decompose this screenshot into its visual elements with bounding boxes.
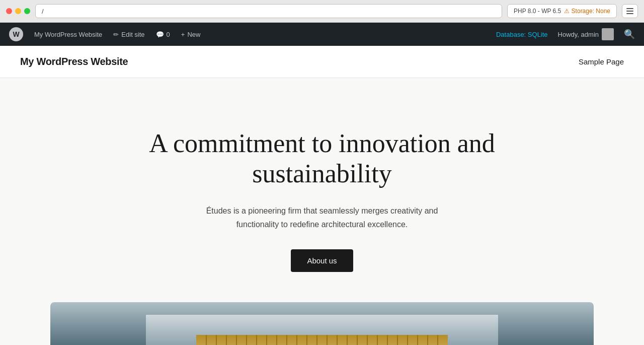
building-facade [101, 302, 543, 345]
howdy-text: Howdy, admin [558, 31, 599, 38]
facade-svg [146, 315, 498, 345]
comments-count: 0 [167, 31, 170, 38]
my-site-item[interactable]: My WordPress Website [29, 23, 107, 46]
my-site-label: My WordPress Website [34, 31, 102, 38]
address-bar[interactable]: / [35, 4, 502, 18]
search-icon: 🔍 [624, 29, 635, 39]
site-nav: Sample Page [579, 57, 624, 66]
browser-info: PHP 8.0 - WP 6.5 ⚠ Storage: None [507, 4, 617, 18]
site-title: My WordPress Website [20, 56, 128, 67]
browser-menu-button[interactable] [622, 4, 638, 18]
database-label: Database: SQLite [491, 31, 553, 38]
site-main: A commitment to innovation and sustainab… [0, 78, 644, 345]
sample-page-link[interactable]: Sample Page [579, 57, 624, 66]
hamburger-line-3 [626, 13, 633, 14]
building-image [50, 302, 594, 345]
wp-logo-item[interactable]: W [4, 23, 28, 46]
minimize-button[interactable] [15, 8, 21, 14]
url-text: / [42, 8, 44, 15]
wp-admin-bar: W My WordPress Website ✏ Edit site 💬 0 +… [0, 23, 644, 46]
browser-chrome: / PHP 8.0 - WP 6.5 ⚠ Storage: None [0, 0, 644, 23]
comments-item[interactable]: 💬 0 [151, 23, 175, 46]
hamburger-line-2 [626, 11, 633, 12]
user-avatar [602, 28, 614, 40]
admin-bar-right: Database: SQLite Howdy, admin 🔍 [491, 28, 640, 40]
plus-icon: + [181, 31, 185, 38]
edit-site-label: Edit site [121, 31, 144, 38]
hamburger-line-1 [626, 8, 633, 9]
comment-icon: 💬 [156, 31, 164, 38]
edit-site-icon: ✏ [113, 31, 119, 38]
edit-site-item[interactable]: ✏ Edit site [108, 23, 149, 46]
hero-heading: A commitment to innovation and sustainab… [116, 128, 528, 189]
admin-search-button[interactable]: 🔍 [619, 29, 640, 40]
svg-rect-1 [196, 335, 448, 345]
php-wp-version: PHP 8.0 - WP 6.5 [514, 8, 561, 15]
traffic-lights [6, 8, 30, 14]
howdy-item[interactable]: Howdy, admin [553, 28, 619, 40]
about-us-button[interactable]: About us [291, 249, 353, 272]
storage-warning: ⚠ Storage: None [564, 8, 610, 15]
new-label: New [187, 31, 200, 38]
hamburger-icon [626, 8, 633, 14]
wp-logo-text: W [13, 30, 19, 38]
site-header: My WordPress Website Sample Page [0, 46, 644, 78]
wp-logo-icon: W [9, 27, 23, 41]
hero-section: A commitment to innovation and sustainab… [96, 78, 548, 302]
new-item[interactable]: + New [176, 23, 206, 46]
close-button[interactable] [6, 8, 12, 14]
maximize-button[interactable] [24, 8, 30, 14]
hero-description: Études is a pioneering firm that seamles… [191, 204, 453, 231]
